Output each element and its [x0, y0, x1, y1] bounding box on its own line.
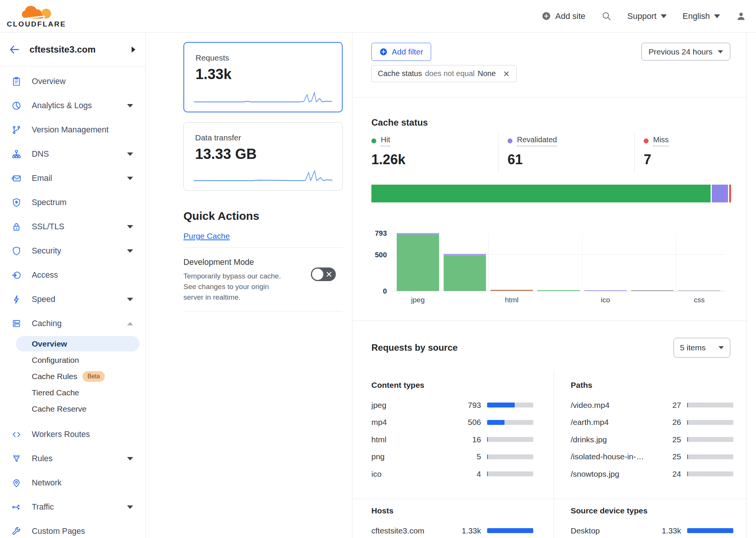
- sidebar-subitem-overview[interactable]: Overview: [0, 336, 145, 352]
- bar-jpeg[interactable]: [397, 233, 439, 291]
- sidebar-item-label: Analytics & Logs: [32, 101, 127, 110]
- language-menu[interactable]: English: [683, 11, 720, 21]
- stat-row[interactable]: /video.mp427: [571, 397, 733, 414]
- branch-icon: [11, 125, 22, 135]
- legend-dot: [644, 138, 649, 143]
- stat-row[interactable]: html16: [371, 431, 533, 448]
- sidebar-subitem-cache-reserve[interactable]: Cache Reserve: [0, 401, 145, 417]
- add-site-button[interactable]: Add site: [542, 11, 585, 21]
- sidebar-item-spectrum[interactable]: Spectrum: [0, 190, 145, 215]
- back-arrow-icon[interactable]: [9, 44, 20, 55]
- chip-field: Cache status: [378, 69, 422, 78]
- stat-bar-track: [487, 454, 533, 459]
- time-range-select[interactable]: Previous 24 hours: [641, 43, 730, 61]
- account-menu[interactable]: [736, 11, 746, 21]
- add-filter-button[interactable]: Add filter: [371, 43, 431, 61]
- sidebar-item-custom-pages[interactable]: Custom Pages: [0, 519, 145, 538]
- sidebar-item-access[interactable]: Access: [0, 263, 145, 287]
- stat-row[interactable]: cftestsite3.com1.33k: [371, 522, 533, 538]
- stat-row[interactable]: ico4: [371, 465, 533, 483]
- stat-row[interactable]: /earth.mp426: [571, 414, 733, 431]
- y-tick-label: 0: [365, 287, 387, 295]
- metric-label: Data transfer: [195, 133, 331, 142]
- stat-value: 27: [654, 401, 681, 410]
- items-count-value: 5 items: [680, 343, 706, 352]
- sidebar-item-network[interactable]: Network: [0, 471, 145, 495]
- stat-row[interactable]: /drinks.jpg25: [571, 431, 733, 448]
- dev-mode-description: Temporarily bypass our cache. See change…: [183, 271, 286, 303]
- bar-css[interactable]: [678, 290, 720, 291]
- requests-metric-card[interactable]: Requests 1.33k: [183, 42, 343, 112]
- cloudflare-logo[interactable]: CLOUDFLARE: [7, 5, 66, 28]
- chevron-down-icon: [127, 225, 133, 229]
- legend-label[interactable]: Hit: [381, 135, 390, 146]
- bar-segment-other: [631, 290, 674, 291]
- sidebar-item-label: Rules: [32, 454, 127, 463]
- sidebar-subitem-label: Overview: [32, 339, 67, 348]
- x-tick-label: css: [684, 296, 714, 304]
- items-count-select[interactable]: 5 items: [674, 338, 730, 358]
- sidebar-item-email[interactable]: Email: [0, 166, 145, 190]
- filter-bar: Add filter Cache status does not equal N…: [371, 43, 517, 82]
- bar-png[interactable]: [537, 290, 580, 291]
- stat-bar-fill: [487, 420, 505, 425]
- stat-bar-track: [687, 420, 733, 425]
- hosts-title: Hosts: [371, 506, 533, 515]
- close-icon: [503, 70, 510, 78]
- sidebar-item-version-management[interactable]: Version Management: [0, 118, 145, 142]
- sidebar-item-workers-routes[interactable]: Workers Routes: [0, 422, 145, 446]
- x-axis-line: [392, 291, 725, 291]
- stat-row[interactable]: Desktop1.33k: [571, 522, 733, 538]
- stat-value: 4: [454, 470, 481, 479]
- purge-cache-link[interactable]: Purge Cache: [183, 232, 230, 241]
- sidebar-subitem-cache-rules[interactable]: Cache RulesBeta: [0, 368, 145, 384]
- dev-mode-toggle[interactable]: [311, 267, 336, 281]
- legend-value: 61: [508, 152, 625, 174]
- bar-mp4[interactable]: [444, 254, 486, 291]
- sidebar-subitem-tiered-cache[interactable]: Tiered Cache: [0, 384, 145, 401]
- remove-filter-button[interactable]: [503, 70, 510, 78]
- stat-label: ico: [371, 470, 454, 479]
- stat-label: /snowtops.jpg: [571, 470, 654, 479]
- stat-row[interactable]: mp4506: [371, 414, 533, 431]
- bar-ico[interactable]: [584, 290, 627, 291]
- stat-value: 25: [654, 452, 681, 461]
- legend-label[interactable]: Revalidated: [517, 135, 557, 146]
- sidebar-item-traffic[interactable]: Traffic: [0, 495, 145, 519]
- sidebar-item-ssl-tls[interactable]: SSL/TLS: [0, 215, 145, 239]
- bar-other[interactable]: [631, 290, 674, 291]
- sidebar-item-security[interactable]: Security: [0, 239, 145, 263]
- chip-value: None: [478, 69, 496, 78]
- site-header: cftestsite3.com: [0, 33, 145, 67]
- cache-status-segment-hit[interactable]: [371, 185, 711, 202]
- chevron-down-icon: [127, 298, 133, 301]
- stat-row[interactable]: png5: [371, 448, 533, 466]
- sidebar-item-analytics-logs[interactable]: Analytics & Logs: [0, 93, 145, 118]
- sidebar-subitem-configuration[interactable]: Configuration: [0, 352, 145, 368]
- cache-status-segment-miss[interactable]: [729, 185, 731, 202]
- sidebar-item-dns[interactable]: DNS: [0, 142, 145, 166]
- search-button[interactable]: [601, 11, 612, 21]
- stat-row[interactable]: /snowtops.jpg24: [571, 465, 733, 483]
- sidebar-item-caching[interactable]: Caching: [0, 311, 145, 336]
- funnel-icon: [11, 454, 22, 464]
- sidebar-item-rules[interactable]: Rules: [0, 446, 145, 471]
- data-transfer-metric-card[interactable]: Data transfer 13.33 GB: [183, 122, 343, 191]
- sidebar-item-overview[interactable]: Overview: [0, 69, 145, 93]
- support-menu[interactable]: Support: [627, 11, 667, 21]
- chevron-down-icon: [127, 457, 133, 460]
- caching-subnav: OverviewConfigurationCache RulesBetaTier…: [0, 336, 145, 417]
- sidebar-item-speed[interactable]: Speed: [0, 287, 145, 311]
- stat-row[interactable]: /isolated-house-in-mo...25: [571, 448, 733, 466]
- server-icon: [11, 319, 22, 329]
- requests-by-source-title: Requests by source: [371, 342, 458, 353]
- stat-row[interactable]: jpeg793: [371, 397, 533, 414]
- bar-html[interactable]: [491, 290, 533, 291]
- caret-right-icon[interactable]: [132, 47, 135, 53]
- chevron-down-icon: [714, 14, 720, 18]
- cache-status-legend: Hit1.26kRevalidated61Miss7: [371, 133, 756, 174]
- stat-value: 1.33k: [654, 526, 681, 535]
- filter-chip[interactable]: Cache status does not equal None: [371, 65, 517, 82]
- cache-status-segment-revalidated[interactable]: [712, 185, 728, 202]
- legend-label[interactable]: Miss: [653, 135, 669, 146]
